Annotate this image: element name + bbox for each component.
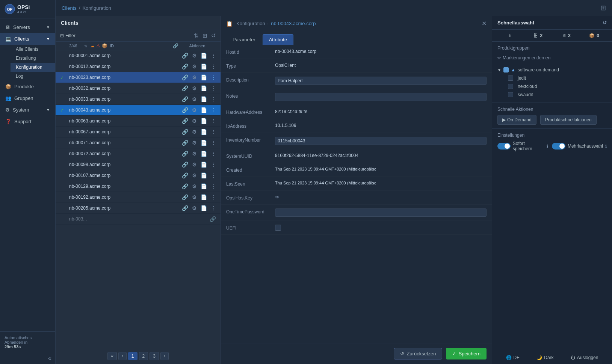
link-icon[interactable]: 🔗 xyxy=(182,74,188,80)
sidebar-item-gruppen[interactable]: 👥 Gruppen xyxy=(0,92,55,104)
more-icon[interactable]: ⋮ xyxy=(211,63,216,69)
grid-view-icon[interactable]: ⊞ xyxy=(202,32,207,39)
link-icon[interactable]: 🔗 xyxy=(182,140,188,146)
gear-icon[interactable]: ⚙ xyxy=(192,183,197,189)
grid-icon[interactable]: ⊞ xyxy=(600,4,606,12)
link-icon[interactable]: 🔗 xyxy=(182,96,188,102)
more-icon[interactable]: ⋮ xyxy=(211,118,216,124)
link-icon[interactable]: 🔗 xyxy=(182,53,188,59)
gear-icon[interactable]: ⚙ xyxy=(192,151,197,157)
more-icon[interactable]: ⋮ xyxy=(211,183,216,189)
tab-attribute[interactable]: Attribute xyxy=(263,34,293,45)
more-icon[interactable]: ⋮ xyxy=(211,107,216,113)
link-icon[interactable]: 🔗 xyxy=(182,107,188,113)
more-icon[interactable]: ⋮ xyxy=(211,194,216,200)
doc-icon[interactable]: 📄 xyxy=(201,183,207,189)
gear-icon[interactable]: ⚙ xyxy=(192,74,197,80)
link-icon[interactable]: 🔗 xyxy=(182,162,188,168)
description-input[interactable] xyxy=(275,77,487,85)
jedit-checkbox[interactable] xyxy=(508,76,513,81)
doc-icon[interactable]: 📄 xyxy=(201,205,207,211)
doc-icon[interactable]: 📄 xyxy=(201,107,207,113)
doc-icon[interactable]: 📄 xyxy=(201,172,207,178)
refresh-icon[interactable]: ↺ xyxy=(211,32,216,39)
link-icon[interactable]: 🔗 xyxy=(182,172,188,178)
doc-icon[interactable]: 📄 xyxy=(201,140,207,146)
more-icon[interactable]: ⋮ xyxy=(211,151,216,157)
gear-icon[interactable]: ⚙ xyxy=(192,194,197,200)
sidebar-collapse[interactable]: « xyxy=(0,353,55,364)
doc-icon[interactable]: 📄 xyxy=(201,63,207,69)
link-icon[interactable]: 🔗 xyxy=(182,183,188,189)
table-row[interactable]: nb-00098.acme.corp 🔗 ⚙ 📄 ⋮ xyxy=(56,159,221,170)
doc-icon[interactable]: 📄 xyxy=(201,74,207,80)
table-row[interactable]: nb-00012.acme.corp 🔗 ⚙ 📄 ⋮ xyxy=(56,61,221,72)
doc-icon[interactable]: 📄 xyxy=(201,53,207,59)
table-row[interactable]: nb-00033.acme.corp 🔗 ⚙ 📄 ⋮ xyxy=(56,94,221,105)
table-row[interactable]: nb-00107.acme.corp 🔗 ⚙ 📄 ⋮ xyxy=(56,170,221,181)
logout-button[interactable]: ⏻ Ausloggen xyxy=(571,355,598,360)
link-icon[interactable]: 🔗 xyxy=(182,118,188,124)
inventory-number-input[interactable] xyxy=(275,137,487,145)
tab-parameter[interactable]: Parameter xyxy=(226,34,262,45)
more-icon[interactable]: ⋮ xyxy=(211,96,216,102)
doc-icon[interactable]: 📄 xyxy=(201,118,207,124)
link-icon[interactable]: 🔗 xyxy=(210,216,216,222)
gear-icon[interactable]: ⚙ xyxy=(192,205,197,211)
table-row[interactable]: nb-00205.acme.corp 🔗 ⚙ 📄 ⋮ xyxy=(56,203,221,214)
doc-icon[interactable]: 📄 xyxy=(201,162,207,168)
doc-icon[interactable]: 📄 xyxy=(201,96,207,102)
sidebar-item-konfiguration[interactable]: Konfiguration xyxy=(11,63,55,72)
sidebar-item-servers[interactable]: 🖥 Servers ▼ xyxy=(0,21,55,33)
markierungen-entfernen-button[interactable]: ✏ Markierungen entfernen xyxy=(497,54,607,62)
sidebar-item-alle-clients[interactable]: Alle Clients xyxy=(11,45,55,54)
tree-expand-icon[interactable]: ▼ xyxy=(497,68,501,72)
table-row[interactable]: nb-00032.acme.corp 🔗 ⚙ 📄 ⋮ xyxy=(56,83,221,94)
page-prev-button[interactable]: ‹ xyxy=(118,352,127,360)
page-next-button[interactable]: › xyxy=(160,352,169,360)
table-row[interactable]: nb-00129.acme.corp 🔗 ⚙ 📄 ⋮ xyxy=(56,181,221,192)
tree-root-checkbox[interactable]: − xyxy=(503,67,509,72)
sort-icon[interactable]: ⇅ xyxy=(194,32,199,39)
gear-icon[interactable]: ⚙ xyxy=(192,85,197,91)
more-icon[interactable]: ⋮ xyxy=(211,172,216,178)
breadcrumb-clients-link[interactable]: Clients xyxy=(62,5,77,11)
gear-icon[interactable]: ⚙ xyxy=(192,96,197,102)
mehrfachauswahl-toggle[interactable] xyxy=(552,143,565,150)
more-icon[interactable]: ⋮ xyxy=(211,140,216,146)
more-icon[interactable]: ⋮ xyxy=(211,205,216,211)
table-row[interactable]: nb-00072.acme.corp 🔗 ⚙ 📄 ⋮ xyxy=(56,148,221,159)
table-row[interactable]: nb-00001.acme.corp 🔗 ⚙ 📄 ⋮ xyxy=(56,50,221,61)
gear-icon[interactable]: ⚙ xyxy=(192,118,197,124)
page-1-button[interactable]: 1 xyxy=(128,352,138,360)
sidebar-item-support[interactable]: ❓ Support xyxy=(0,116,55,127)
language-button[interactable]: 🌐 DE xyxy=(506,355,520,360)
more-icon[interactable]: ⋮ xyxy=(211,129,216,135)
swaudit-checkbox[interactable] xyxy=(508,92,513,97)
link-icon[interactable]: 🔗 xyxy=(182,194,188,200)
page-3-button[interactable]: 3 xyxy=(150,352,159,360)
table-row[interactable]: nb-00192.acme.corp 🔗 ⚙ 📄 ⋮ xyxy=(56,192,221,203)
eye-icon[interactable]: 👁 xyxy=(275,195,280,200)
doc-icon[interactable]: 📄 xyxy=(201,194,207,200)
table-row[interactable]: ✓ nb-00043.acme.corp 🔗 ⚙ 📄 ⋮ xyxy=(56,105,221,116)
dark-mode-button[interactable]: 🌙 Dark xyxy=(536,355,553,360)
sidebar-item-erstellung[interactable]: Erstellung xyxy=(11,54,55,63)
gear-icon[interactable]: ⚙ xyxy=(192,162,197,168)
sidebar-item-log[interactable]: Log xyxy=(11,72,55,81)
notes-input[interactable] xyxy=(275,93,487,101)
table-row[interactable]: nb-00071.acme.corp 🔗 ⚙ 📄 ⋮ xyxy=(56,137,221,148)
doc-icon[interactable]: 📄 xyxy=(201,85,207,91)
sort-arrows-icon[interactable]: ⇅ xyxy=(84,44,87,48)
more-icon[interactable]: ⋮ xyxy=(211,85,216,91)
link-icon[interactable]: 🔗 xyxy=(182,63,188,69)
table-row[interactable]: ✓ nb-00023.acme.corp 🔗 ⚙ 📄 ⋮ xyxy=(56,72,221,83)
uefi-checkbox[interactable] xyxy=(275,225,281,231)
filter-button[interactable]: ⊟ Filter xyxy=(60,33,76,38)
gear-icon[interactable]: ⚙ xyxy=(192,140,197,146)
link-icon[interactable]: 🔗 xyxy=(182,205,188,211)
sidebar-item-clients[interactable]: 💻 Clients ▼ xyxy=(0,33,55,45)
gear-icon[interactable]: ⚙ xyxy=(192,172,197,178)
link-icon[interactable]: 🔗 xyxy=(182,151,188,157)
close-button[interactable]: ✕ xyxy=(482,20,487,27)
